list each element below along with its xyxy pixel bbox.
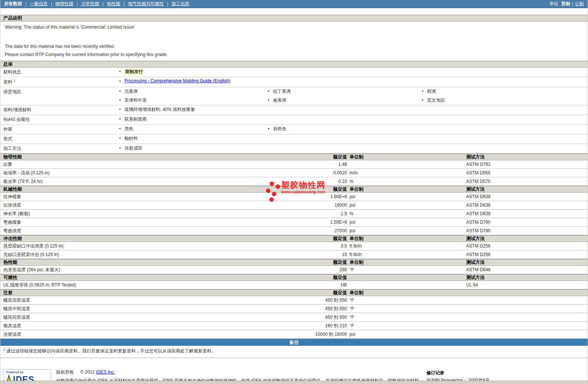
nav-separator: | [167, 1, 168, 7]
row-material-status: 材料状态 •限制发行 [0, 68, 588, 77]
col-header-unit: 单位制 [347, 154, 466, 160]
property-name: 弯曲强度 [3, 228, 291, 234]
bullet-icon: • [119, 126, 124, 131]
row-label: 形式 [3, 135, 119, 142]
table-row: UL 阻燃等级 (0.0625 in, RTP Tested) HB UL 94 [0, 281, 588, 289]
property-name: 无缺口悬臂梁冲击 (0.125 in) [3, 252, 291, 258]
nav-separator: | [124, 1, 125, 7]
property-name: 伸长率 (断裂) [3, 211, 291, 217]
units-switcher: 单位 英制 | 公制 [549, 1, 584, 7]
nav-tab-all-data[interactable]: 所有数据 [4, 1, 22, 7]
nav-tab-electrical-flammability[interactable]: 电气性能与可燃性 [128, 1, 164, 7]
section-title: 可燃性 [3, 275, 291, 281]
table-row: 无缺口悬臂梁冲击 (0.125 in) 15 ft·lb/in ASTM D25… [0, 250, 588, 259]
property-unit: °F [347, 306, 466, 311]
test-method: ASTM D790 [466, 220, 585, 225]
nav-tab-general-info[interactable]: 一般信息 [30, 1, 48, 7]
property-value: 10000 到 15000 [291, 331, 347, 338]
row-forms: 形式 •颗粒料 [0, 134, 588, 144]
property-unit: in/in [347, 170, 466, 175]
table-row: 螺筒前部温度 450 到 550 °F [0, 313, 588, 322]
units-separator: | [572, 1, 573, 7]
bullet-icon: • [268, 88, 273, 93]
nav-tab-processing-info[interactable]: 加工信息 [172, 1, 189, 7]
test-method: ASTM D256 [466, 252, 585, 257]
property-value: 1.50E+6 [291, 220, 347, 225]
ides-inc-link[interactable]: IDES Inc. [96, 370, 115, 375]
property-value: 160 到 210 [291, 323, 347, 329]
region: 亚太地区 [427, 97, 445, 104]
col-header-unit: 单位制 [347, 290, 466, 296]
table-row: 伸长率 (断裂) 1.5 % ASTM D638 [0, 210, 588, 218]
col-header-value: 额定值 [291, 259, 347, 266]
col-header-value: 额定值 [291, 236, 347, 242]
bullet-icon: • [119, 145, 124, 150]
rohs-value: 联系制造商 [124, 116, 147, 122]
section-title: 冲击性能 [3, 236, 291, 242]
table-row: 注塑温度 10000 到 15000 psi [0, 330, 588, 339]
footnote-marker: 1 [13, 79, 15, 82]
top-nav-bar: 所有数据| 一般信息| 物理性能| 力学性能| 热性能| 电气性能与可燃性| 加… [0, 0, 588, 8]
nav-separator: | [102, 1, 103, 7]
section-title: 物理性能 [3, 154, 291, 160]
property-unit: °F [347, 315, 466, 320]
molding-guide-link[interactable]: Processing - Comprehensive Molding Guide… [124, 78, 230, 83]
nav-tab-mechanical[interactable]: 力学性能 [81, 1, 99, 7]
col-header-method: 测试方法 [466, 236, 585, 242]
status-badge: 限制发行 [124, 69, 144, 75]
section-flammability: 可燃性 额定值 测试方法 [0, 274, 588, 281]
nav-separator: | [51, 1, 52, 7]
footnote-marker: 1 [3, 348, 5, 351]
property-value: 27000 [291, 228, 347, 233]
property-value: 450 到 550 [291, 306, 347, 312]
property-value: 1.50E+6 [291, 194, 347, 199]
property-value: HB [291, 282, 347, 288]
bullet-icon: • [119, 78, 124, 83]
col-header-method: 测试方法 [466, 275, 585, 281]
property-name: 抗张强度 [3, 202, 291, 209]
section-title: 热性能 [3, 259, 291, 266]
copyright-prefix: 版权所有 [56, 370, 74, 375]
warning-line: Warning: The status of this material is … [5, 24, 583, 30]
table-row: 拉伸模量 1.50E+6 psi ASTM D638 [0, 193, 588, 201]
table-row: 抗张强度 19000 psi ASTM D638 [0, 201, 588, 210]
forms-value: 颗粒料 [124, 135, 138, 142]
filler-value: 玻璃纤维增强材料, 40% 填料按重量 [124, 106, 195, 113]
units-metric-link[interactable]: 公制 [575, 1, 584, 7]
property-name: 悬壁梁缺口冲击强度 (0.125 in) [3, 243, 291, 249]
property-name: 注塑温度 [3, 331, 291, 338]
col-header-value: 额定值 [291, 275, 347, 281]
section-thermal: 热性能 额定值 单位制 测试方法 [0, 259, 588, 266]
section-impact: 冲击性能 额定值 单位制 测试方法 [0, 235, 588, 242]
col-header-method: 测试方法 [466, 154, 585, 160]
nav-tab-thermal[interactable]: 热性能 [107, 1, 120, 7]
property-value: 1.5 [291, 211, 347, 216]
property-unit: psi [347, 228, 466, 233]
row-label: 资料 1 [3, 78, 119, 85]
property-unit: % [347, 211, 466, 216]
section-product-description: 产品说明 [0, 15, 588, 22]
property-unit: % [347, 179, 466, 184]
section-general: 总体 [0, 61, 588, 68]
row-label: 材料状态 [3, 69, 119, 75]
property-name: 收缩率 - 流动 (0.125 in) [3, 170, 291, 176]
section-title: 产品说明 [3, 15, 22, 22]
property-value: 19000 [291, 203, 347, 208]
datasheet-page: 所有数据| 一般信息| 物理性能| 力学性能| 热性能| 电气性能与可燃性| 加… [0, 0, 588, 384]
section-physical: 物理性能 额定值 单位制 测试方法 [0, 154, 588, 160]
col-header-value: 额定值 [291, 186, 347, 193]
bullet-icon: • [119, 116, 124, 121]
property-value: 0.0020 [291, 170, 347, 175]
property-name: 弯曲模量 [3, 219, 291, 226]
property-unit: °F [347, 267, 466, 272]
table-row: 吸水率 (73°F, 24 hr) 0.10 % ASTM D570 [0, 177, 588, 186]
nav-tab-physical[interactable]: 物理性能 [55, 1, 73, 7]
nav-separator: | [77, 1, 78, 7]
appearance-value: 自然色 [273, 126, 286, 132]
region: 欧洲 [427, 88, 436, 95]
verify-line: The data for this material has not been … [5, 44, 583, 49]
test-method: ASTM D638 [466, 211, 585, 216]
property-unit: psi [347, 220, 466, 225]
test-method: ASTM D570 [466, 179, 585, 184]
table-row: 弯曲模量 1.50E+6 psi ASTM D790 [0, 218, 588, 227]
